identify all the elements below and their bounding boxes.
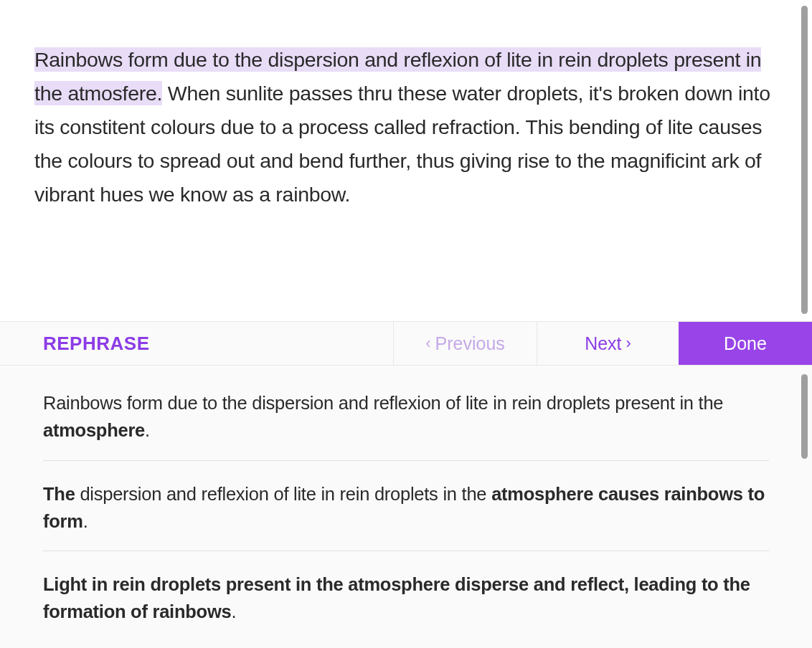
suggestion-bold-text: Light in rein droplets present in the at…: [43, 574, 750, 621]
suggestion-text: .: [145, 420, 150, 440]
suggestions-list: Rainbows form due to the dispersion and …: [0, 366, 812, 642]
suggestion-item[interactable]: Light in rein droplets present in the at…: [43, 567, 769, 642]
toolbar-mode-label: REPHRASE: [0, 322, 393, 365]
suggestion-bold-text: The: [43, 484, 75, 504]
chevron-left-icon: ‹: [425, 334, 430, 353]
suggestion-text: Rainbows form due to the dispersion and …: [43, 393, 723, 413]
editor-scrollbar[interactable]: [801, 6, 808, 314]
rephrase-toolbar: REPHRASE ‹ Previous Next › Done: [0, 321, 812, 366]
rephrase-panel: Rainbows form due to the dispersion and …: [0, 0, 812, 648]
suggestions-scrollbar[interactable]: [801, 374, 808, 459]
suggestion-item[interactable]: Rainbows form due to the dispersion and …: [43, 386, 769, 461]
editor-pane: Rainbows form due to the dispersion and …: [0, 0, 812, 321]
done-button[interactable]: Done: [679, 322, 812, 365]
previous-label: Previous: [435, 333, 505, 354]
suggestion-bold-text: atmosphere: [43, 420, 145, 440]
suggestion-text: .: [83, 511, 88, 531]
next-button[interactable]: Next ›: [537, 322, 679, 365]
next-label: Next: [585, 333, 621, 354]
chevron-right-icon: ›: [626, 334, 631, 353]
suggestion-text: dispersion and reflexion of lite in rein…: [75, 484, 492, 504]
previous-button[interactable]: ‹ Previous: [393, 322, 537, 365]
done-label: Done: [724, 333, 767, 354]
suggestions-pane: Rainbows form due to the dispersion and …: [0, 366, 812, 648]
suggestion-text: .: [231, 601, 236, 621]
suggestion-item[interactable]: The dispersion and reflexion of lite in …: [43, 477, 769, 552]
editor-content[interactable]: Rainbows form due to the dispersion and …: [0, 0, 812, 240]
